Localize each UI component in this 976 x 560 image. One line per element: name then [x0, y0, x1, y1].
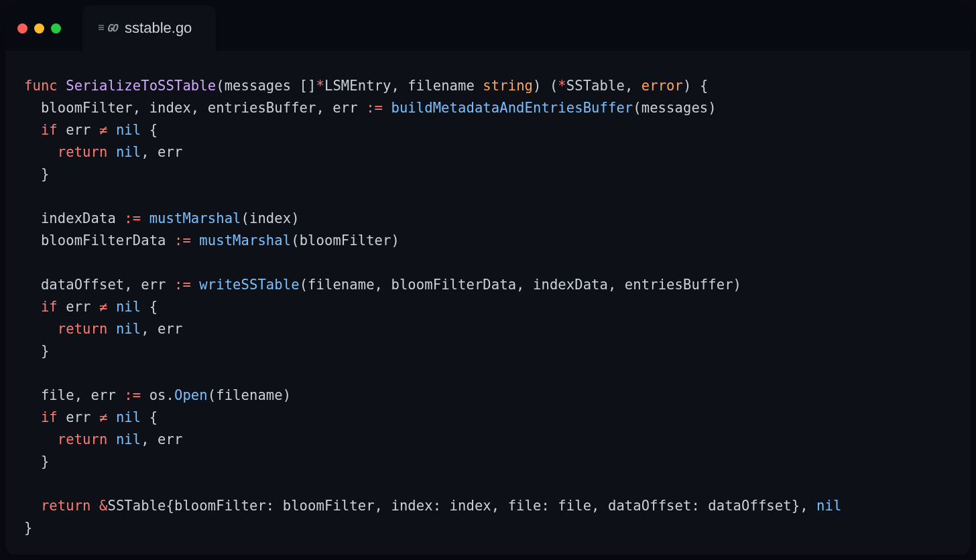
code-token	[24, 299, 41, 315]
code-token: if	[41, 299, 58, 315]
code-token: func	[24, 78, 66, 94]
code-token: nil	[116, 409, 141, 425]
code-token: (filename)	[208, 387, 291, 403]
code-token: }	[24, 343, 49, 359]
code-token: if	[41, 409, 58, 425]
code-token: ≠	[99, 299, 107, 315]
code-line: return nil, err	[24, 141, 952, 163]
code-token: *	[316, 78, 324, 94]
minimize-icon[interactable]	[34, 23, 44, 33]
code-token	[24, 498, 41, 514]
editor-window: GO sstable.go func SerializeToSSTable(me…	[5, 5, 971, 555]
code-token: return	[58, 321, 108, 337]
code-token	[191, 277, 199, 293]
code-token: buildMetadataAndEntriesBuffer	[391, 100, 633, 116]
code-token: bloomFilterData	[24, 232, 174, 249]
code-token: return	[58, 431, 108, 447]
code-token: (filename, bloomFilterData, indexData, e…	[300, 277, 741, 293]
code-token: nil	[116, 299, 141, 315]
code-line	[24, 186, 952, 208]
code-token	[383, 100, 391, 116]
code-token	[107, 409, 115, 425]
tab-filename: sstable.go	[125, 19, 192, 37]
code-line: }	[24, 517, 952, 539]
code-token: SSTable,	[566, 78, 642, 94]
code-token: (messages []	[216, 78, 316, 94]
code-token: mustMarshal	[149, 210, 241, 226]
code-token: (bloomFilter)	[291, 232, 400, 249]
code-token: ) (	[533, 78, 558, 94]
code-token	[191, 232, 199, 249]
code-token: *	[558, 78, 566, 94]
code-token: return	[41, 498, 91, 514]
code-token: writeSSTable	[199, 277, 299, 293]
file-tab[interactable]: GO sstable.go	[82, 5, 216, 51]
code-token: ) {	[683, 78, 708, 94]
code-token: &	[99, 498, 107, 514]
code-token: return	[58, 144, 108, 160]
code-line: if err ≠ nil {	[24, 119, 952, 141]
code-token	[107, 299, 115, 315]
code-token: :=	[124, 210, 141, 226]
code-token: :=	[124, 387, 141, 403]
code-line: return &SSTable{bloomFilter: bloomFilter…	[24, 495, 952, 517]
code-line: bloomFilter, index, entriesBuffer, err :…	[24, 97, 952, 119]
code-line: return nil, err	[24, 318, 952, 340]
code-token	[24, 409, 41, 425]
code-token: indexData	[24, 210, 124, 226]
code-token	[141, 210, 149, 226]
code-token: err	[58, 299, 99, 315]
code-line: if err ≠ nil {	[24, 296, 952, 318]
traffic-lights	[17, 23, 61, 33]
code-token: }	[24, 520, 32, 536]
code-token: os.	[141, 387, 174, 403]
code-token: (messages)	[633, 100, 716, 116]
code-token: {	[141, 409, 158, 425]
code-token: mustMarshal	[199, 232, 291, 249]
code-token: {	[141, 122, 158, 138]
code-token: nil	[116, 321, 141, 337]
code-token: bloomFilter, index, entriesBuffer, err	[24, 100, 366, 116]
code-token	[24, 431, 58, 447]
code-token	[107, 321, 115, 337]
code-token: Open	[174, 387, 208, 403]
code-token: err	[58, 409, 99, 425]
code-token: (index)	[241, 210, 300, 226]
code-token	[91, 498, 99, 514]
code-line: file, err := os.Open(filename)	[24, 384, 952, 407]
code-token: nil	[116, 144, 141, 160]
code-line: }	[24, 340, 952, 362]
code-token: ≠	[99, 409, 107, 425]
code-line: bloomFilterData := mustMarshal(bloomFilt…	[24, 230, 952, 252]
code-token: }	[24, 166, 49, 182]
code-token	[24, 122, 41, 138]
titlebar: GO sstable.go	[5, 5, 971, 51]
close-icon[interactable]	[17, 23, 27, 33]
code-line: indexData := mustMarshal(index)	[24, 208, 952, 230]
code-token: LSMEntry, filename	[324, 78, 483, 94]
code-token: error	[642, 78, 683, 94]
zoom-icon[interactable]	[51, 23, 61, 33]
code-token	[107, 122, 115, 138]
code-token	[24, 144, 58, 160]
code-token: SSTable{bloomFilter: bloomFilter, index:…	[107, 498, 816, 514]
code-token: , err	[141, 431, 182, 447]
code-line	[24, 473, 952, 495]
code-line: return nil, err	[24, 429, 952, 451]
code-token	[24, 321, 58, 337]
code-token: dataOffset, err	[24, 277, 174, 293]
code-line: }	[24, 163, 952, 186]
code-token: }	[24, 453, 49, 470]
code-token: err	[58, 122, 99, 138]
code-token	[107, 431, 115, 447]
code-line: dataOffset, err := writeSSTable(filename…	[24, 274, 952, 296]
code-token: :=	[174, 277, 191, 293]
code-line	[24, 252, 952, 274]
code-editor[interactable]: func SerializeToSSTable(messages []*LSME…	[5, 51, 971, 555]
code-token: :=	[174, 232, 191, 249]
code-line: func SerializeToSSTable(messages []*LSME…	[24, 75, 952, 97]
code-token: if	[41, 122, 58, 138]
code-token: :=	[366, 100, 383, 116]
code-token: , err	[141, 144, 182, 160]
code-token: nil	[816, 498, 841, 514]
